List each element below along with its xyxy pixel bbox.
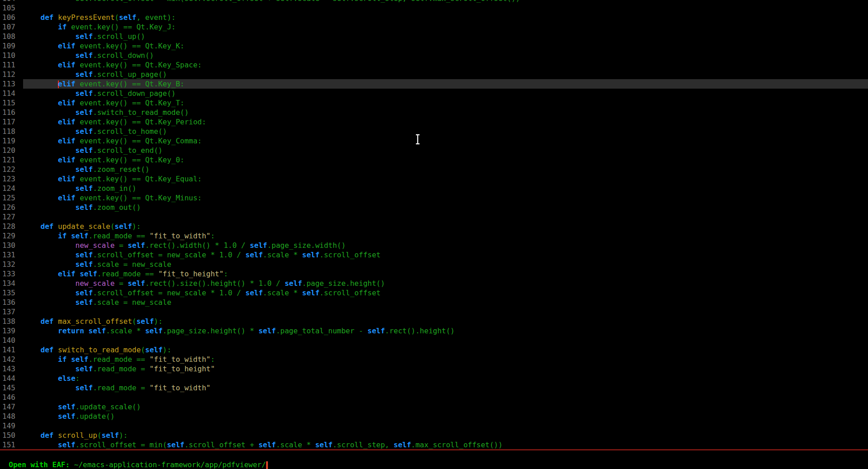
code-line-106[interactable]: 106 def keyPressEvent(self, event): <box>0 13 868 22</box>
code-line-text[interactable]: elif event.key() == Qt.Key_Comma: <box>23 136 868 146</box>
code-line-text[interactable]: self.update_scale() <box>23 402 868 412</box>
code-line-text[interactable] <box>23 212 868 222</box>
code-line-135[interactable]: 135 self.scroll_offset = new_scale * 1.0… <box>0 288 868 298</box>
code-line-text[interactable]: elif self.read_mode == "fit_to_height": <box>23 269 868 279</box>
code-line-text[interactable]: elif event.key() == Qt.Key_B: <box>23 79 868 89</box>
code-line-text[interactable]: self.scroll_offset = min(self.scroll_off… <box>23 440 868 450</box>
code-line-120[interactable]: 120 self.scroll_to_end() <box>0 146 868 155</box>
code-line-112[interactable]: 112 self.scroll_up_page() <box>0 70 868 79</box>
code-line-text[interactable]: else: <box>23 374 868 383</box>
minibuffer-input[interactable]: ~/emacs-application-framework/app/pdfvie… <box>74 460 266 469</box>
code-line-139[interactable]: 139 return self.scale * self.page_size.h… <box>0 326 868 336</box>
code-line-116[interactable]: 116 self.switch_to_read_mode() <box>0 108 868 117</box>
code-line-text[interactable]: self.scroll_offset = new_scale * 1.0 / s… <box>23 250 868 260</box>
code-line-text[interactable] <box>23 421 868 431</box>
code-line-137[interactable]: 137 <box>0 307 868 317</box>
code-line-123[interactable]: 123 elif event.key() == Qt.Key_Equal: <box>0 174 868 184</box>
code-line-text[interactable]: self.zoom_out() <box>23 203 868 212</box>
code-token: : <box>210 232 215 240</box>
code-line-text[interactable]: self.switch_to_read_mode() <box>23 108 868 117</box>
code-line-text[interactable]: new_scale = self.rect().size().height() … <box>23 279 868 288</box>
code-line-text[interactable]: self.read_mode = "fit_to_height" <box>23 364 868 374</box>
code-line-text[interactable] <box>23 393 868 402</box>
code-line-text[interactable] <box>23 3 868 13</box>
code-line-text[interactable]: def max_scroll_offset(self): <box>23 317 868 326</box>
code-line-text[interactable]: if event.key() == Qt.Key_J: <box>23 22 868 32</box>
code-line-text[interactable]: self.scale = new_scale <box>23 260 868 269</box>
code-line-132[interactable]: 132 self.scale = new_scale <box>0 260 868 269</box>
code-line-text[interactable]: self.zoom_in() <box>23 184 868 193</box>
code-line-130[interactable]: 130 new_scale = self.rect().width() * 1.… <box>0 241 868 250</box>
code-line-text[interactable]: elif event.key() == Qt.Key_T: <box>23 98 868 108</box>
code-line-111[interactable]: 111 elif event.key() == Qt.Key_Space: <box>0 60 868 70</box>
code-line-128[interactable]: 128 def update_scale(self): <box>0 222 868 231</box>
code-line-text[interactable] <box>23 336 868 345</box>
code-line-126[interactable]: 126 self.zoom_out() <box>0 203 868 212</box>
code-line-119[interactable]: 119 elif event.key() == Qt.Key_Comma: <box>0 136 868 146</box>
code-line-text[interactable]: if self.read_mode == "fit_to_width": <box>23 355 868 364</box>
code-token: self <box>71 355 89 364</box>
code-line-text[interactable]: def keyPressEvent(self, event): <box>23 13 868 22</box>
code-line-141[interactable]: 141 def switch_to_read_mode(self): <box>0 345 868 355</box>
code-line-134[interactable]: 134 new_scale = self.rect().size().heigh… <box>0 279 868 288</box>
code-line-text[interactable]: def update_scale(self): <box>23 222 868 231</box>
code-line-text[interactable]: new_scale = self.rect().width() * 1.0 / … <box>23 241 868 250</box>
code-line-text[interactable]: self.update() <box>23 412 868 421</box>
code-line-text[interactable]: elif event.key() == Qt.Key_0: <box>23 155 868 165</box>
code-line-145[interactable]: 145 self.read_mode = "fit_to_width" <box>0 383 868 393</box>
code-line-129[interactable]: 129 if self.read_mode == "fit_to_width": <box>0 231 868 241</box>
code-line-149[interactable]: 149 <box>0 421 868 431</box>
code-line-text[interactable]: self.scroll_up_page() <box>23 70 868 79</box>
code-line-text[interactable]: elif event.key() == Qt.Key_Space: <box>23 60 868 70</box>
code-line-146[interactable]: 146 <box>0 393 868 402</box>
code-line-text[interactable]: return self.scale * self.page_size.heigh… <box>23 326 868 336</box>
code-line-105[interactable]: 105 <box>0 3 868 13</box>
code-line-text[interactable]: def switch_to_read_mode(self): <box>23 345 868 355</box>
code-line-143[interactable]: 143 self.read_mode = "fit_to_height" <box>0 364 868 374</box>
code-line-text[interactable]: if self.read_mode == "fit_to_width": <box>23 231 868 241</box>
code-line-140[interactable]: 140 <box>0 336 868 345</box>
code-line-150[interactable]: 150 def scroll_up(self): <box>0 431 868 440</box>
code-line-113[interactable]: 113 elif event.key() == Qt.Key_B: <box>0 79 868 89</box>
code-line-text[interactable]: self.scroll_to_home() <box>23 127 868 136</box>
code-line-147[interactable]: 147 self.update_scale() <box>0 402 868 412</box>
code-line-136[interactable]: 136 self.scale = new_scale <box>0 298 868 307</box>
code-line-125[interactable]: 125 elif event.key() == Qt.Key_Minus: <box>0 193 868 203</box>
code-line-text[interactable]: self.scroll_down_page() <box>23 89 868 98</box>
code-line-144[interactable]: 144 else: <box>0 374 868 383</box>
code-line-text[interactable]: elif event.key() == Qt.Key_Minus: <box>23 193 868 203</box>
code-line-124[interactable]: 124 self.zoom_in() <box>0 184 868 193</box>
code-line-138[interactable]: 138 def max_scroll_offset(self): <box>0 317 868 326</box>
code-line-text[interactable] <box>23 307 868 317</box>
code-line-142[interactable]: 142 if self.read_mode == "fit_to_width": <box>0 355 868 364</box>
code-line-text[interactable]: def scroll_up(self): <box>23 431 868 440</box>
code-line-text[interactable]: self.zoom_reset() <box>23 165 868 174</box>
code-line-121[interactable]: 121 elif event.key() == Qt.Key_0: <box>0 155 868 165</box>
code-line-151[interactable]: 151 self.scroll_offset = min(self.scroll… <box>0 440 868 450</box>
code-line-148[interactable]: 148 self.update() <box>0 412 868 421</box>
code-line-text[interactable]: self.scroll_offset = min(self.scroll_off… <box>23 0 868 3</box>
code-line-text[interactable]: self.scroll_offset = new_scale * 1.0 / s… <box>23 288 868 298</box>
code-line-114[interactable]: 114 self.scroll_down_page() <box>0 89 868 98</box>
code-line-122[interactable]: 122 self.zoom_reset() <box>0 165 868 174</box>
code-line-text[interactable]: self.scale = new_scale <box>23 298 868 307</box>
code-line-text[interactable]: self.scroll_down() <box>23 51 868 60</box>
code-line-text[interactable]: self.scroll_up() <box>23 32 868 41</box>
code-line-107[interactable]: 107 if event.key() == Qt.Key_J: <box>0 22 868 32</box>
code-line-118[interactable]: 118 self.scroll_to_home() <box>0 127 868 136</box>
code-line-131[interactable]: 131 self.scroll_offset = new_scale * 1.0… <box>0 250 868 260</box>
code-line-text[interactable]: self.scroll_to_end() <box>23 146 868 155</box>
code-line-text[interactable]: elif event.key() == Qt.Key_Period: <box>23 117 868 127</box>
code-line-108[interactable]: 108 self.scroll_up() <box>0 32 868 41</box>
minibuffer[interactable]: Open with EAF: ~/emacs-application-frame… <box>0 450 868 460</box>
code-line-109[interactable]: 109 elif event.key() == Qt.Key_K: <box>0 41 868 51</box>
code-line-133[interactable]: 133 elif self.read_mode == "fit_to_heigh… <box>0 269 868 279</box>
code-line-104[interactable]: 104 self.scroll_offset = min(self.scroll… <box>0 0 868 3</box>
code-line-110[interactable]: 110 self.scroll_down() <box>0 51 868 60</box>
code-line-115[interactable]: 115 elif event.key() == Qt.Key_T: <box>0 98 868 108</box>
code-line-text[interactable]: self.read_mode = "fit_to_width" <box>23 383 868 393</box>
code-line-117[interactable]: 117 elif event.key() == Qt.Key_Period: <box>0 117 868 127</box>
code-line-text[interactable]: elif event.key() == Qt.Key_Equal: <box>23 174 868 184</box>
code-line-127[interactable]: 127 <box>0 212 868 222</box>
code-line-text[interactable]: elif event.key() == Qt.Key_K: <box>23 41 868 51</box>
